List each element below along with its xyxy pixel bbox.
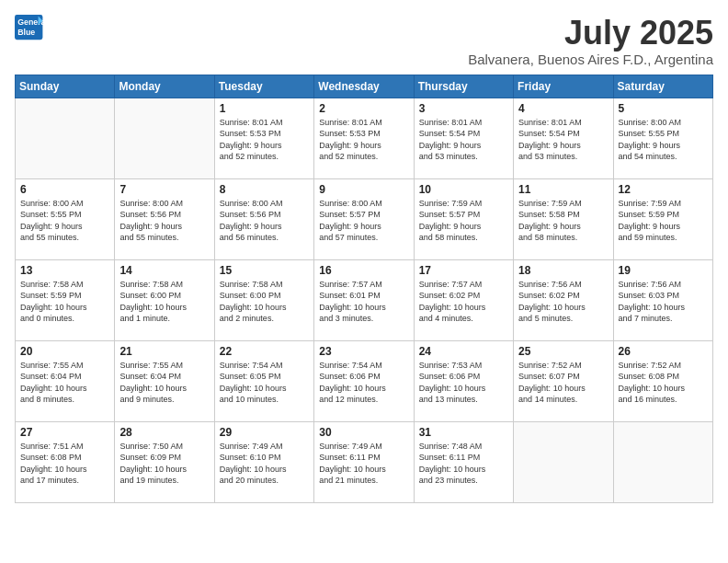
day-number: 5 — [619, 102, 708, 115]
calendar-cell: 6Sunrise: 8:00 AM Sunset: 5:55 PM Daylig… — [16, 178, 115, 259]
day-number: 8 — [220, 183, 309, 196]
day-info: Sunrise: 7:58 AM Sunset: 6:00 PM Dayligh… — [220, 279, 309, 325]
calendar-cell: 15Sunrise: 7:58 AM Sunset: 6:00 PM Dayli… — [214, 259, 313, 340]
weekday-header-friday: Friday — [514, 75, 613, 98]
day-number: 19 — [619, 264, 708, 277]
calendar-cell: 21Sunrise: 7:55 AM Sunset: 6:04 PM Dayli… — [115, 340, 214, 421]
calendar-cell — [115, 98, 214, 178]
day-number: 7 — [119, 183, 209, 196]
day-number: 25 — [518, 345, 608, 358]
calendar-cell: 19Sunrise: 7:56 AM Sunset: 6:03 PM Dayli… — [613, 259, 712, 340]
day-number: 31 — [419, 426, 508, 439]
calendar-cell: 22Sunrise: 7:54 AM Sunset: 6:05 PM Dayli… — [214, 340, 313, 421]
calendar-cell — [16, 98, 115, 178]
calendar-cell: 31Sunrise: 7:48 AM Sunset: 6:11 PM Dayli… — [414, 421, 513, 502]
weekday-header-tuesday: Tuesday — [214, 75, 313, 98]
day-info: Sunrise: 7:49 AM Sunset: 6:11 PM Dayligh… — [319, 441, 408, 487]
day-info: Sunrise: 7:49 AM Sunset: 6:10 PM Dayligh… — [220, 441, 309, 487]
logo: General Blue — [15, 15, 44, 40]
calendar-cell: 29Sunrise: 7:49 AM Sunset: 6:10 PM Dayli… — [214, 421, 313, 502]
week-row-5: 27Sunrise: 7:51 AM Sunset: 6:08 PM Dayli… — [16, 421, 713, 502]
day-number: 9 — [319, 183, 408, 196]
day-info: Sunrise: 7:53 AM Sunset: 6:06 PM Dayligh… — [419, 360, 508, 406]
day-info: Sunrise: 7:56 AM Sunset: 6:02 PM Dayligh… — [518, 279, 608, 325]
calendar-cell: 7Sunrise: 8:00 AM Sunset: 5:56 PM Daylig… — [115, 178, 214, 259]
day-info: Sunrise: 7:51 AM Sunset: 6:08 PM Dayligh… — [20, 441, 109, 487]
day-number: 26 — [619, 345, 708, 358]
location-subtitle: Balvanera, Buenos Aires F.D., Argentina — [468, 52, 713, 67]
day-info: Sunrise: 7:58 AM Sunset: 6:00 PM Dayligh… — [119, 279, 209, 325]
calendar-cell: 1Sunrise: 8:01 AM Sunset: 5:53 PM Daylig… — [214, 98, 313, 178]
weekday-header-thursday: Thursday — [414, 75, 513, 98]
weekday-header-monday: Monday — [115, 75, 214, 98]
calendar-cell: 20Sunrise: 7:55 AM Sunset: 6:04 PM Dayli… — [16, 340, 115, 421]
calendar-cell: 30Sunrise: 7:49 AM Sunset: 6:11 PM Dayli… — [314, 421, 414, 502]
calendar-cell: 12Sunrise: 7:59 AM Sunset: 5:59 PM Dayli… — [613, 178, 712, 259]
day-info: Sunrise: 7:56 AM Sunset: 6:03 PM Dayligh… — [619, 279, 708, 325]
calendar-cell: 9Sunrise: 8:00 AM Sunset: 5:57 PM Daylig… — [314, 178, 414, 259]
day-info: Sunrise: 8:00 AM Sunset: 5:55 PM Dayligh… — [20, 198, 109, 244]
day-info: Sunrise: 8:01 AM Sunset: 5:54 PM Dayligh… — [419, 117, 508, 163]
day-info: Sunrise: 8:00 AM Sunset: 5:56 PM Dayligh… — [220, 198, 309, 244]
calendar-cell: 28Sunrise: 7:50 AM Sunset: 6:09 PM Dayli… — [115, 421, 214, 502]
day-number: 3 — [419, 102, 508, 115]
month-year-title: July 2025 — [468, 15, 713, 52]
weekday-header-sunday: Sunday — [16, 75, 115, 98]
calendar-cell: 8Sunrise: 8:00 AM Sunset: 5:56 PM Daylig… — [214, 178, 313, 259]
day-number: 10 — [419, 183, 508, 196]
calendar-cell: 13Sunrise: 7:58 AM Sunset: 5:59 PM Dayli… — [16, 259, 115, 340]
day-info: Sunrise: 7:50 AM Sunset: 6:09 PM Dayligh… — [119, 441, 209, 487]
calendar-cell: 10Sunrise: 7:59 AM Sunset: 5:57 PM Dayli… — [414, 178, 513, 259]
title-block: July 2025 Balvanera, Buenos Aires F.D., … — [468, 15, 713, 67]
svg-text:Blue: Blue — [17, 28, 35, 37]
day-info: Sunrise: 7:57 AM Sunset: 6:02 PM Dayligh… — [419, 279, 508, 325]
calendar-cell: 17Sunrise: 7:57 AM Sunset: 6:02 PM Dayli… — [414, 259, 513, 340]
calendar-cell: 27Sunrise: 7:51 AM Sunset: 6:08 PM Dayli… — [16, 421, 115, 502]
day-info: Sunrise: 8:00 AM Sunset: 5:55 PM Dayligh… — [619, 117, 708, 163]
calendar-cell — [613, 421, 712, 502]
day-info: Sunrise: 7:57 AM Sunset: 6:01 PM Dayligh… — [319, 279, 408, 325]
day-number: 14 — [119, 264, 209, 277]
day-info: Sunrise: 7:52 AM Sunset: 6:08 PM Dayligh… — [619, 360, 708, 406]
day-number: 4 — [518, 102, 608, 115]
calendar-cell: 23Sunrise: 7:54 AM Sunset: 6:06 PM Dayli… — [314, 340, 414, 421]
day-info: Sunrise: 8:01 AM Sunset: 5:53 PM Dayligh… — [220, 117, 309, 163]
day-number: 12 — [619, 183, 708, 196]
calendar-cell: 14Sunrise: 7:58 AM Sunset: 6:00 PM Dayli… — [115, 259, 214, 340]
day-number: 30 — [319, 426, 408, 439]
day-number: 27 — [20, 426, 109, 439]
day-number: 20 — [20, 345, 109, 358]
day-info: Sunrise: 7:55 AM Sunset: 6:04 PM Dayligh… — [119, 360, 209, 406]
day-info: Sunrise: 7:48 AM Sunset: 6:11 PM Dayligh… — [419, 441, 508, 487]
calendar-cell: 3Sunrise: 8:01 AM Sunset: 5:54 PM Daylig… — [414, 98, 513, 178]
day-info: Sunrise: 8:01 AM Sunset: 5:53 PM Dayligh… — [319, 117, 408, 163]
day-number: 6 — [20, 183, 109, 196]
day-number: 28 — [119, 426, 209, 439]
weekday-header-saturday: Saturday — [613, 75, 712, 98]
calendar-cell: 24Sunrise: 7:53 AM Sunset: 6:06 PM Dayli… — [414, 340, 513, 421]
week-row-1: 1Sunrise: 8:01 AM Sunset: 5:53 PM Daylig… — [16, 98, 713, 178]
day-number: 18 — [518, 264, 608, 277]
weekday-header-wednesday: Wednesday — [314, 75, 414, 98]
calendar-cell — [514, 421, 613, 502]
day-info: Sunrise: 7:52 AM Sunset: 6:07 PM Dayligh… — [518, 360, 608, 406]
day-number: 24 — [419, 345, 508, 358]
day-number: 16 — [319, 264, 408, 277]
day-info: Sunrise: 7:59 AM Sunset: 5:59 PM Dayligh… — [619, 198, 708, 244]
day-info: Sunrise: 8:00 AM Sunset: 5:56 PM Dayligh… — [119, 198, 209, 244]
calendar-cell: 4Sunrise: 8:01 AM Sunset: 5:54 PM Daylig… — [514, 98, 613, 178]
day-info: Sunrise: 7:59 AM Sunset: 5:58 PM Dayligh… — [518, 198, 608, 244]
calendar-cell: 5Sunrise: 8:00 AM Sunset: 5:55 PM Daylig… — [613, 98, 712, 178]
calendar-cell: 16Sunrise: 7:57 AM Sunset: 6:01 PM Dayli… — [314, 259, 414, 340]
day-number: 23 — [319, 345, 408, 358]
day-number: 1 — [220, 102, 309, 115]
logo-icon: General Blue — [15, 15, 44, 40]
day-number: 15 — [220, 264, 309, 277]
calendar-table: SundayMondayTuesdayWednesdayThursdayFrid… — [15, 75, 713, 503]
day-number: 21 — [119, 345, 209, 358]
day-info: Sunrise: 7:58 AM Sunset: 5:59 PM Dayligh… — [20, 279, 109, 325]
page-header: General Blue July 2025 Balvanera, Buenos… — [15, 15, 713, 67]
weekday-header-row: SundayMondayTuesdayWednesdayThursdayFrid… — [16, 75, 713, 98]
day-number: 11 — [518, 183, 608, 196]
calendar-cell: 26Sunrise: 7:52 AM Sunset: 6:08 PM Dayli… — [613, 340, 712, 421]
